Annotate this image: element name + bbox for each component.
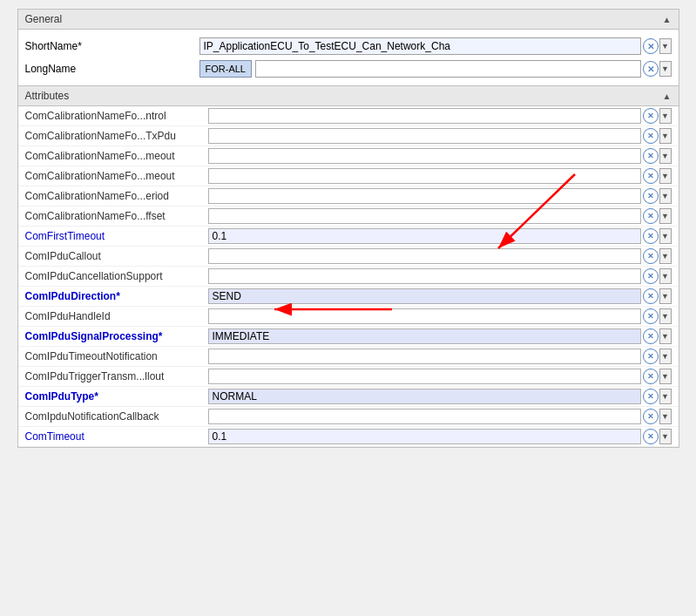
longname-field: FOR-ALL ✕ ▼	[199, 60, 672, 78]
attributes-collapse-icon[interactable]: ▲	[663, 91, 672, 101]
attr-row: ComFirstTimeout✕▼	[18, 227, 679, 247]
attr-clear-button[interactable]: ✕	[643, 268, 659, 284]
attributes-rows-container: ComCalibrationNameFo...ntrol✕▼ComCalibra…	[18, 106, 679, 447]
attr-dropdown-arrow[interactable]: ▼	[659, 389, 672, 404]
shortname-row: ShortName* ✕ ▼	[18, 35, 679, 58]
attr-dropdown-arrow[interactable]: ▼	[659, 188, 672, 204]
attr-field: ✕▼	[208, 308, 672, 324]
attr-dropdown-arrow[interactable]: ▼	[659, 268, 672, 284]
attr-input[interactable]	[208, 128, 641, 144]
attr-field: ✕▼	[208, 248, 672, 264]
attr-label: ComTimeout	[25, 430, 208, 443]
attr-label: ComIPduHandleId	[25, 310, 208, 322]
attributes-section: Attributes ▲ ComCalibrationNameFo...ntro…	[18, 85, 679, 447]
attr-row: ComCalibrationNameFo...ffset✕▼	[18, 206, 679, 227]
attributes-section-header: Attributes ▲	[18, 86, 679, 106]
attr-field: ✕▼	[208, 389, 672, 404]
attr-label: ComCalibrationNameFo...eriod	[25, 190, 208, 202]
attr-field: ✕▼	[208, 208, 672, 224]
attr-dropdown-arrow[interactable]: ▼	[659, 208, 672, 224]
attr-label: ComIPduTriggerTransm...llout	[25, 370, 208, 382]
attr-input[interactable]	[208, 168, 641, 184]
attr-clear-button[interactable]: ✕	[643, 328, 659, 344]
attr-clear-button[interactable]: ✕	[643, 409, 659, 424]
longname-dropdown-arrow[interactable]: ▼	[659, 61, 672, 77]
shortname-field: ✕ ▼	[199, 37, 672, 55]
attr-input[interactable]	[208, 308, 641, 324]
attr-clear-button[interactable]: ✕	[643, 389, 659, 404]
attr-row: ComCalibrationNameFo...ntrol✕▼	[18, 106, 679, 126]
attr-dropdown-arrow[interactable]: ▼	[659, 168, 672, 184]
attr-label: ComCalibrationNameFo...ntrol	[25, 110, 208, 122]
attr-field: ✕▼	[208, 268, 672, 284]
general-collapse-icon[interactable]: ▲	[663, 15, 672, 24]
attr-label: ComFirstTimeout	[25, 230, 208, 242]
attr-input[interactable]	[208, 349, 641, 364]
attr-clear-button[interactable]: ✕	[643, 288, 659, 304]
attr-input[interactable]	[208, 288, 641, 304]
attr-dropdown-arrow[interactable]: ▼	[659, 369, 672, 384]
attr-field: ✕▼	[208, 228, 672, 244]
attr-clear-button[interactable]: ✕	[643, 168, 659, 184]
attr-clear-button[interactable]: ✕	[643, 429, 659, 444]
for-all-button[interactable]: FOR-ALL	[199, 60, 252, 78]
attr-input[interactable]	[208, 108, 641, 124]
attr-clear-button[interactable]: ✕	[643, 148, 659, 164]
attr-clear-button[interactable]: ✕	[643, 108, 659, 124]
attr-row: ComIPduTimeoutNotification✕▼	[18, 347, 679, 367]
attr-label: ComCalibrationNameFo...meout	[25, 150, 208, 162]
attr-input[interactable]	[208, 148, 641, 164]
attr-input[interactable]	[208, 409, 641, 424]
longname-row: LongName FOR-ALL ✕ ▼	[18, 58, 679, 80]
attr-row: ComCalibrationNameFo...eriod✕▼	[18, 186, 679, 206]
general-section-header: General ▲	[18, 10, 679, 30]
attr-clear-button[interactable]: ✕	[643, 188, 659, 204]
attr-input[interactable]	[208, 268, 641, 284]
attr-input[interactable]	[208, 369, 641, 384]
attr-input[interactable]	[208, 188, 641, 204]
attr-field: ✕▼	[208, 108, 672, 124]
attr-input[interactable]	[208, 389, 641, 404]
attr-dropdown-arrow[interactable]: ▼	[659, 228, 672, 244]
attr-dropdown-arrow[interactable]: ▼	[659, 308, 672, 324]
longname-input[interactable]	[255, 60, 641, 78]
attr-label: ComIPduCancellationSupport	[25, 270, 208, 282]
attr-clear-button[interactable]: ✕	[643, 228, 659, 244]
attr-input[interactable]	[208, 328, 641, 344]
attr-input[interactable]	[208, 429, 641, 444]
attr-field: ✕▼	[208, 369, 672, 384]
attr-input[interactable]	[208, 248, 641, 264]
attr-dropdown-arrow[interactable]: ▼	[659, 409, 672, 424]
attr-dropdown-arrow[interactable]: ▼	[659, 349, 672, 364]
attr-clear-button[interactable]: ✕	[643, 208, 659, 224]
shortname-dropdown-arrow[interactable]: ▼	[659, 38, 672, 54]
panel: General ▲ ShortName* ✕ ▼ LongName FOR-AL…	[17, 9, 679, 448]
attr-dropdown-arrow[interactable]: ▼	[659, 248, 672, 264]
attr-field: ✕▼	[208, 288, 672, 304]
attr-label: ComCalibrationNameFo...meout	[25, 170, 208, 182]
attr-field: ✕▼	[208, 128, 672, 144]
attr-row: ComIPduTriggerTransm...llout✕▼	[18, 367, 679, 387]
attr-clear-button[interactable]: ✕	[643, 128, 659, 144]
attr-clear-button[interactable]: ✕	[643, 308, 659, 324]
attr-row: ComIPduSignalProcessing*✕▼	[18, 327, 679, 347]
attr-input[interactable]	[208, 208, 641, 224]
shortname-clear-button[interactable]: ✕	[643, 38, 659, 54]
attr-label: ComIpduNotificationCallback	[25, 410, 208, 423]
attr-dropdown-arrow[interactable]: ▼	[659, 148, 672, 164]
attr-clear-button[interactable]: ✕	[643, 369, 659, 384]
attr-clear-button[interactable]: ✕	[643, 248, 659, 264]
attr-dropdown-arrow[interactable]: ▼	[659, 288, 672, 304]
attr-dropdown-arrow[interactable]: ▼	[659, 128, 672, 144]
attr-clear-button[interactable]: ✕	[643, 349, 659, 364]
shortname-input[interactable]	[199, 37, 641, 55]
attr-row: ComIpduNotificationCallback✕▼	[18, 407, 679, 427]
longname-clear-button[interactable]: ✕	[643, 61, 659, 77]
attr-input[interactable]	[208, 228, 641, 244]
attr-field: ✕▼	[208, 168, 672, 184]
general-section-content: ShortName* ✕ ▼ LongName FOR-ALL ✕ ▼	[18, 30, 679, 85]
attr-dropdown-arrow[interactable]: ▼	[659, 328, 672, 344]
attr-label: ComIPduCallout	[25, 250, 208, 262]
attr-dropdown-arrow[interactable]: ▼	[659, 429, 672, 444]
attr-dropdown-arrow[interactable]: ▼	[659, 108, 672, 124]
